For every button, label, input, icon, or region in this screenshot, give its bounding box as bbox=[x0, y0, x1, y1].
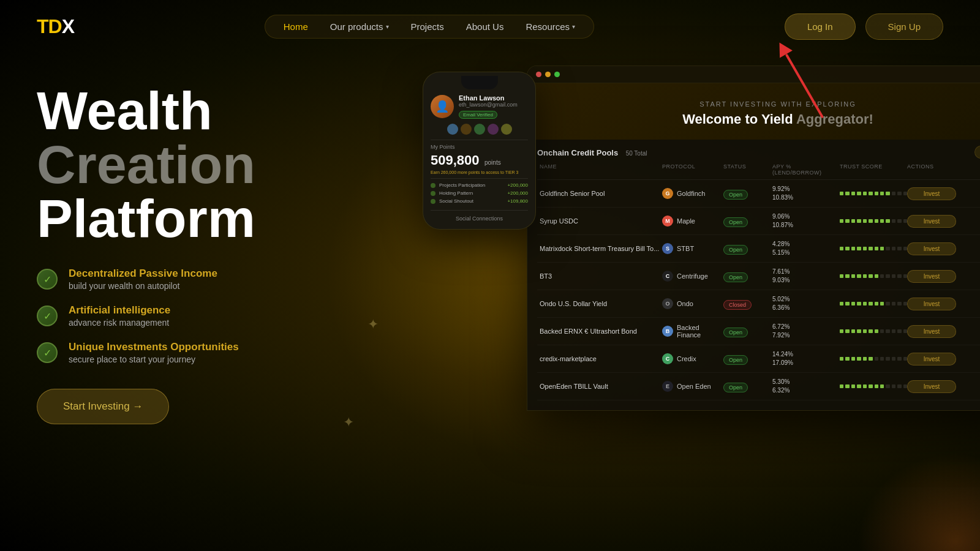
trust-segment bbox=[875, 384, 878, 388]
protocol-icon: G bbox=[662, 188, 673, 199]
table-row: credix-marketplace C Credix Open 14.24%1… bbox=[537, 345, 980, 373]
invest-button[interactable]: Invest bbox=[907, 187, 956, 200]
trust-segment bbox=[851, 219, 855, 223]
protocol-name: Maple bbox=[677, 217, 695, 225]
logo[interactable]: TDX bbox=[37, 15, 74, 38]
apy-cell: 9.92%10.83% bbox=[772, 185, 840, 202]
trust-segment bbox=[863, 219, 867, 223]
trust-segment bbox=[886, 384, 889, 388]
status-badge: Open bbox=[723, 272, 748, 282]
trust-score-bar bbox=[840, 357, 907, 361]
pool-name: BT3 bbox=[540, 272, 662, 280]
trust-segment bbox=[869, 247, 872, 250]
trust-segment bbox=[886, 247, 889, 250]
pool-name: Syrup USDC bbox=[540, 217, 662, 225]
nav-projects[interactable]: Projects bbox=[411, 21, 444, 32]
trust-segment bbox=[897, 329, 901, 333]
chevron-down-icon: ▾ bbox=[386, 23, 389, 30]
check-icon-1: ✓ bbox=[37, 269, 58, 290]
status-cell: Closed bbox=[723, 298, 772, 309]
trust-segment bbox=[897, 357, 901, 361]
trust-segment bbox=[840, 302, 843, 305]
trust-segment bbox=[892, 274, 895, 278]
trust-segment bbox=[851, 384, 855, 388]
protocol-cell: C Credix bbox=[662, 353, 723, 364]
login-button[interactable]: Log In bbox=[785, 13, 856, 40]
trust-segment bbox=[880, 219, 884, 223]
trust-segment bbox=[892, 192, 895, 195]
nav-resources[interactable]: Resources ▾ bbox=[526, 21, 575, 32]
trust-segment bbox=[845, 302, 849, 305]
trust-segment bbox=[880, 302, 884, 305]
apy-cell: 14.24%17.09% bbox=[772, 350, 840, 367]
feature-item-1: ✓ Decentralized Passive Income build you… bbox=[37, 268, 392, 291]
activity-pts-2: +200,000 bbox=[507, 190, 528, 196]
trust-segment bbox=[840, 384, 843, 388]
invest-button[interactable]: Invest bbox=[907, 380, 956, 393]
trust-score-bar bbox=[840, 329, 907, 333]
sparkle-icon-1: ✦ bbox=[368, 317, 379, 332]
nav-about[interactable]: About Us bbox=[466, 21, 504, 32]
trust-score-bar bbox=[840, 384, 907, 388]
protocol-icon: O bbox=[662, 298, 673, 309]
status-badge: Open bbox=[723, 245, 748, 255]
window-maximize-dot bbox=[554, 72, 560, 77]
trust-segment bbox=[869, 329, 872, 333]
feature-item-3: ✓ Unique Investments Opportunities secur… bbox=[37, 341, 392, 364]
pool-name: Ondo U.S. Dollar Yield bbox=[540, 300, 662, 307]
trust-segment bbox=[897, 219, 901, 223]
signup-button[interactable]: Sign Up bbox=[865, 13, 943, 40]
protocol-icon: S bbox=[662, 243, 673, 254]
sparkle-icon-2: ✦ bbox=[343, 414, 354, 430]
trust-segment bbox=[840, 247, 843, 250]
activity-pts-1: +200,000 bbox=[507, 182, 528, 188]
trust-score-bar bbox=[840, 274, 907, 278]
hero-title-line1: Wealth Creation bbox=[37, 80, 255, 195]
status-cell: Open bbox=[723, 381, 772, 392]
trust-segment bbox=[857, 302, 861, 305]
trust-segment bbox=[863, 192, 867, 195]
tier-dot-5 bbox=[501, 124, 512, 135]
feature-title-3: Unique Investments Opportunities bbox=[69, 341, 239, 353]
nav-home[interactable]: Home bbox=[284, 21, 308, 32]
invest-button[interactable]: Invest bbox=[907, 270, 956, 283]
invest-button[interactable]: Invest bbox=[907, 298, 956, 310]
invest-button[interactable]: Invest bbox=[907, 215, 956, 228]
trust-segment bbox=[851, 192, 855, 195]
trust-segment bbox=[897, 302, 901, 305]
phone-verified-badge: Email Verified bbox=[459, 111, 497, 119]
invest-button[interactable]: Invest bbox=[907, 353, 956, 365]
protocol-filter-button[interactable]: Protocol ▾ bbox=[974, 146, 980, 159]
col-actions: Actions bbox=[907, 163, 956, 176]
trust-segment bbox=[851, 329, 855, 333]
protocol-name: Open Eden bbox=[677, 383, 711, 390]
status-badge: Open bbox=[723, 355, 748, 365]
trust-segment bbox=[863, 357, 867, 361]
nav-products[interactable]: Our products ▾ bbox=[330, 21, 389, 32]
table-row: Syrup USDC M Maple Open 9.06%10.87% Inve… bbox=[537, 208, 980, 235]
dashboard-banner: Start investing with exploring Welcome t… bbox=[527, 83, 980, 140]
trust-segment bbox=[875, 247, 878, 250]
apy-cell: 4.28%5.15% bbox=[772, 240, 840, 257]
tier-dot-3 bbox=[474, 124, 485, 135]
trust-segment bbox=[840, 274, 843, 278]
start-investing-button[interactable]: Start Investing → bbox=[37, 389, 169, 424]
pool-name: Matrixdock Short-term Treasury Bill To..… bbox=[540, 245, 662, 252]
trust-segment bbox=[886, 357, 889, 361]
trust-segment bbox=[863, 274, 867, 278]
dashboard-mockup: Start investing with exploring Welcome t… bbox=[527, 66, 980, 411]
check-icon-3: ✓ bbox=[37, 342, 58, 363]
banner-title-1: Welcome to Yield bbox=[682, 111, 796, 127]
trust-segment bbox=[886, 274, 889, 278]
trust-segment bbox=[880, 247, 884, 250]
window-minimize-dot bbox=[545, 72, 551, 77]
trust-segment bbox=[851, 247, 855, 250]
trust-segment bbox=[886, 302, 889, 305]
trust-segment bbox=[845, 247, 849, 250]
invest-button[interactable]: Invest bbox=[907, 325, 956, 338]
col-protocol: Protocol bbox=[662, 163, 723, 176]
pools-header: Onchain Credit Pools 50 Total Protocol ▾ bbox=[537, 140, 980, 163]
invest-button[interactable]: Invest bbox=[907, 242, 956, 255]
trust-segment bbox=[875, 192, 878, 195]
trust-segment bbox=[851, 302, 855, 305]
